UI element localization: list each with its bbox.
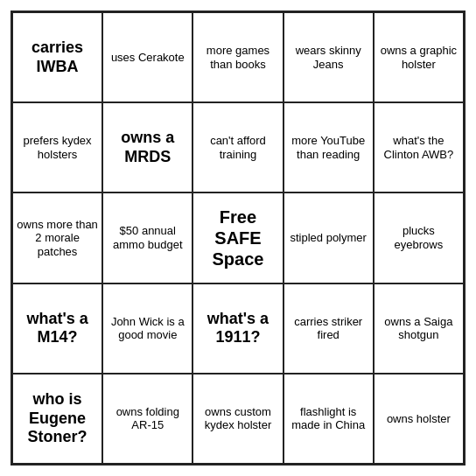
cell-r1c4[interactable]: what's the Clinton AWB? (374, 102, 464, 192)
cell-r4c2[interactable]: owns custom kydex holster (192, 374, 283, 464)
cell-r3c0[interactable]: what's a M14? (12, 284, 102, 374)
cell-r2c4[interactable]: plucks eyebrows (374, 192, 464, 283)
cell-r2c1[interactable]: $50 annual ammo budget (102, 192, 192, 283)
cell-text-r0c2: more games than books (197, 44, 278, 71)
cell-r3c2[interactable]: what's a 1911? (192, 284, 283, 374)
cell-r1c3[interactable]: more YouTube than reading (284, 102, 374, 192)
cell-text-r3c0: what's a M14? (17, 310, 98, 347)
bingo-card: carries IWBAuses Cerakotemore games than… (10, 10, 466, 466)
cell-text-r3c2: what's a 1911? (197, 310, 278, 347)
cell-r3c1[interactable]: John Wick is a good movie (102, 284, 192, 374)
cell-r4c0[interactable]: who is Eugene Stoner? (12, 374, 102, 464)
cell-text-r0c3: wears skinny Jeans (288, 44, 369, 71)
cell-r0c1[interactable]: uses Cerakote (102, 12, 192, 102)
cell-text-r1c0: prefers kydex holsters (17, 134, 98, 161)
cell-text-r0c4: owns a graphic holster (378, 44, 459, 71)
cell-text-r1c3: more YouTube than reading (288, 134, 369, 161)
cell-r0c0[interactable]: carries IWBA (12, 12, 102, 102)
cell-text-r2c0: owns more than 2 morale patches (17, 218, 98, 259)
cell-r2c2[interactable]: Free SAFE Space (192, 192, 283, 283)
cell-text-r4c4: owns holster (387, 412, 451, 426)
cell-text-r2c2: Free SAFE Space (197, 206, 278, 270)
cell-r1c0[interactable]: prefers kydex holsters (12, 102, 102, 192)
cell-r2c0[interactable]: owns more than 2 morale patches (12, 192, 102, 283)
cell-r4c4[interactable]: owns holster (374, 374, 464, 464)
cell-text-r0c1: uses Cerakote (111, 51, 185, 65)
cell-text-r2c4: plucks eyebrows (378, 224, 459, 251)
cell-text-r2c1: $50 annual ammo budget (107, 224, 188, 251)
cell-text-r3c1: John Wick is a good movie (107, 315, 188, 342)
cell-r0c4[interactable]: owns a graphic holster (374, 12, 464, 102)
cell-r0c2[interactable]: more games than books (192, 12, 283, 102)
cell-r2c3[interactable]: stipled polymer (284, 192, 374, 283)
cell-r0c3[interactable]: wears skinny Jeans (284, 12, 374, 102)
cell-r4c3[interactable]: flashlight is made in China (284, 374, 374, 464)
cell-text-r4c0: who is Eugene Stoner? (17, 390, 98, 447)
cell-r3c4[interactable]: owns a Saiga shotgun (374, 284, 464, 374)
cell-text-r1c2: can't afford training (197, 134, 278, 161)
cell-text-r4c3: flashlight is made in China (288, 405, 369, 432)
cell-r1c1[interactable]: owns a MRDS (102, 102, 192, 192)
cell-r3c3[interactable]: carries striker fired (284, 284, 374, 374)
cell-text-r2c3: stipled polymer (290, 231, 366, 245)
cell-text-r3c3: carries striker fired (288, 315, 369, 342)
cell-text-r1c4: what's the Clinton AWB? (378, 134, 459, 161)
cell-text-r4c2: owns custom kydex holster (197, 405, 278, 432)
cell-text-r4c1: owns folding AR-15 (107, 405, 188, 432)
cell-text-r1c1: owns a MRDS (107, 129, 188, 166)
cell-text-r3c4: owns a Saiga shotgun (378, 315, 459, 342)
cell-text-r0c0: carries IWBA (17, 38, 98, 76)
cell-r4c1[interactable]: owns folding AR-15 (102, 374, 192, 464)
cell-r1c2[interactable]: can't afford training (192, 102, 283, 192)
